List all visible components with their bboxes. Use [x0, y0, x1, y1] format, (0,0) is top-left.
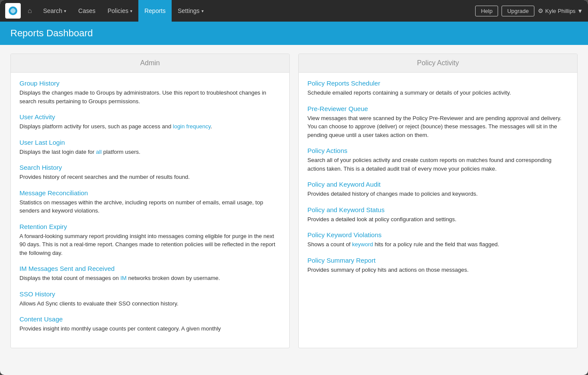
main-content: Admin Group History Displays the changes…: [0, 45, 588, 357]
report-user-last-login: User Last Login Displays the last login …: [19, 139, 281, 156]
im-messages-link[interactable]: IM Messages Sent and Received: [19, 265, 281, 272]
nav-item-search[interactable]: Search ▾: [37, 0, 72, 22]
report-content-usage: Content Usage Provides insight into mont…: [19, 315, 281, 333]
policy-keyword-violations-link[interactable]: Policy Keyword Violations: [307, 231, 569, 238]
content-usage-link[interactable]: Content Usage: [19, 315, 281, 323]
report-retention-expiry: Retention Expiry A forward-looking summa…: [19, 223, 281, 257]
report-group-history: Group History Displays the changes made …: [19, 79, 281, 105]
policy-activity-panel: Policy Activity Policy Reports Scheduler…: [298, 54, 578, 348]
report-policy-keyword-status: Policy and Keyword Status Provides a det…: [307, 206, 569, 224]
upgrade-button[interactable]: Upgrade: [502, 6, 534, 16]
help-button[interactable]: Help: [475, 6, 498, 16]
report-search-history: Search History Provides history of recen…: [19, 164, 281, 181]
page-header: Reports Dashboard: [0, 22, 588, 45]
report-im-messages: IM Messages Sent and Received Displays t…: [19, 265, 281, 283]
retention-expiry-desc: A forward-looking summary report providi…: [19, 232, 281, 257]
nav-right: Help Upgrade ⚙ Kyle Phillips ▼: [475, 6, 583, 16]
group-history-desc: Displays the changes made to Groups by a…: [19, 89, 281, 105]
admin-section-title: Admin: [11, 54, 289, 73]
report-policy-actions: Policy Actions Search all of your polici…: [307, 147, 569, 173]
app-window: ⌂ Search ▾ Cases Policies ▾ Reports Sett…: [0, 0, 588, 375]
user-activity-desc: Displays platform activity for users, su…: [19, 122, 281, 131]
sso-history-link[interactable]: SSO History: [19, 290, 281, 298]
policy-keyword-status-link[interactable]: Policy and Keyword Status: [307, 206, 569, 213]
user-menu[interactable]: ⚙ Kyle Phillips ▼: [538, 7, 583, 14]
policy-activity-section-title: Policy Activity: [299, 54, 577, 73]
page-title: Reports Dashboard: [10, 28, 93, 38]
nav-item-reports[interactable]: Reports: [138, 0, 172, 22]
message-reconciliation-desc: Statistics on messages within the archiv…: [19, 198, 281, 215]
policy-actions-desc: Search all of your policies activity and…: [307, 156, 569, 173]
nav-bar: ⌂ Search ▾ Cases Policies ▾ Reports Sett…: [0, 0, 588, 22]
report-policy-keyword-audit: Policy and Keyword Audit Provides detail…: [307, 181, 569, 198]
report-sso-history: SSO History Allows Ad Sync clients to ev…: [19, 290, 281, 308]
policy-reports-scheduler-link[interactable]: Policy Reports Scheduler: [307, 79, 569, 87]
nav-item-settings[interactable]: Settings ▾: [172, 0, 210, 22]
nav-item-policies[interactable]: Policies ▾: [102, 0, 138, 22]
report-user-activity: User Activity Displays platform activity…: [19, 113, 281, 131]
policy-activity-report-list: Policy Reports Scheduler Schedule emaile…: [299, 73, 577, 289]
nav-links: Search ▾ Cases Policies ▾ Reports Settin…: [37, 0, 476, 22]
settings-caret: ▾: [201, 9, 204, 13]
search-history-link[interactable]: Search History: [19, 164, 281, 171]
home-icon[interactable]: ⌂: [24, 7, 35, 15]
policy-summary-report-link[interactable]: Policy Summary Report: [307, 257, 569, 264]
admin-panel: Admin Group History Displays the changes…: [10, 54, 290, 348]
message-reconciliation-link[interactable]: Message Reconciliation: [19, 189, 281, 197]
policy-keyword-status-desc: Provides a detailed look at policy confi…: [307, 215, 569, 224]
admin-report-list: Group History Displays the changes made …: [11, 73, 289, 348]
logo: [5, 3, 21, 19]
policies-caret: ▾: [130, 9, 132, 13]
user-last-login-link[interactable]: User Last Login: [19, 139, 281, 146]
pre-reviewer-queue-desc: View messages that were scanned by the P…: [307, 114, 569, 140]
policy-reports-scheduler-desc: Schedule emailed reports containing a su…: [307, 89, 569, 97]
user-activity-link[interactable]: User Activity: [19, 113, 281, 121]
retention-expiry-link[interactable]: Retention Expiry: [19, 223, 281, 230]
policy-summary-report-desc: Provides summary of policy hits and acti…: [307, 266, 569, 274]
group-history-link[interactable]: Group History: [19, 79, 281, 87]
report-pre-reviewer-queue: Pre-Reviewer Queue View messages that we…: [307, 105, 569, 140]
policy-keyword-audit-link[interactable]: Policy and Keyword Audit: [307, 181, 569, 188]
pre-reviewer-queue-link[interactable]: Pre-Reviewer Queue: [307, 105, 569, 112]
content-usage-desc: Provides insight into monthly usage coun…: [19, 324, 281, 333]
nav-item-cases[interactable]: Cases: [72, 0, 102, 22]
im-messages-desc: Displays the total count of messages on …: [19, 274, 281, 283]
search-history-desc: Provides history of recent searches and …: [19, 173, 281, 181]
user-last-login-desc: Displays the last login date for all pla…: [19, 148, 281, 156]
report-policy-reports-scheduler: Policy Reports Scheduler Schedule emaile…: [307, 79, 569, 97]
search-caret: ▾: [64, 9, 66, 13]
gear-icon: ⚙: [538, 7, 543, 14]
report-message-reconciliation: Message Reconciliation Statistics on mes…: [19, 189, 281, 215]
report-policy-summary-report: Policy Summary Report Provides summary o…: [307, 257, 569, 274]
sso-history-desc: Allows Ad Sync clients to evaluate their…: [19, 299, 281, 308]
policy-keyword-audit-desc: Provides detailed history of changes mad…: [307, 190, 569, 198]
policy-keyword-violations-desc: Shows a count of keyword hits for a poli…: [307, 240, 569, 249]
policy-actions-link[interactable]: Policy Actions: [307, 147, 569, 154]
report-policy-keyword-violations: Policy Keyword Violations Shows a count …: [307, 231, 569, 249]
